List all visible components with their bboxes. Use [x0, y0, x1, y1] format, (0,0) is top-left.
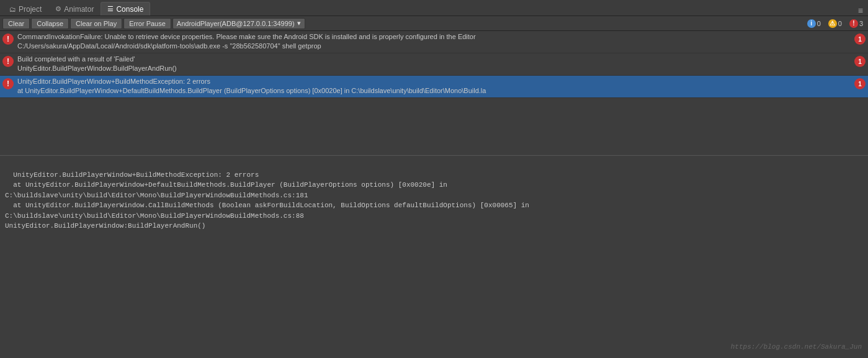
- info-icon: i: [807, 19, 816, 28]
- error-pause-button[interactable]: Error Pause: [123, 18, 171, 29]
- error-icon-2: !: [2, 56, 14, 67]
- tab-console-label: Console: [116, 5, 143, 14]
- console-entry-2[interactable]: ! Build completed with a result of 'Fail…: [0, 53, 868, 76]
- animator-icon: ⚙: [55, 5, 61, 13]
- clear-on-play-button[interactable]: Clear on Play: [70, 18, 122, 29]
- log-counters: i 0 ⚠ 0 ! 3: [805, 19, 866, 29]
- entry-text-2: Build completed with a result of 'Failed…: [17, 55, 852, 74]
- entry-line1-2: Build completed with a result of 'Failed…: [17, 55, 852, 64]
- tab-bar: 🗂 Project ⚙ Animator ☰ Console ≡: [0, 0, 868, 16]
- device-label: AndroidPlayer(ADB@127.0.0.1:34999): [177, 20, 295, 27]
- entry-line2-3: at UnityEditor.BuildPlayerWindow+Default…: [17, 86, 852, 96]
- collapse-button[interactable]: Collapse: [31, 18, 69, 29]
- entry-line1-3: UnityEditor.BuildPlayerWindow+BuildMetho…: [17, 77, 852, 86]
- warn-icon: ⚠: [828, 19, 837, 28]
- tab-animator-label: Animator: [64, 5, 94, 14]
- tab-console[interactable]: ☰ Console: [101, 2, 150, 16]
- info-count: 0: [817, 20, 821, 27]
- error-icon: !: [849, 19, 858, 28]
- entry-line2-2: UnityEditor.BuildPlayerWindow:BuildPlaye…: [17, 64, 852, 73]
- entry-count-1: 1: [854, 34, 866, 45]
- clear-button[interactable]: Clear: [2, 18, 30, 29]
- tab-animator[interactable]: ⚙ Animator: [48, 2, 101, 16]
- detail-pane: UnityEditor.BuildPlayerWindow+BuildMetho…: [0, 156, 868, 358]
- entry-count-2: 1: [854, 56, 866, 67]
- dropdown-arrow-icon: ▾: [297, 19, 301, 27]
- entry-text-3: UnityEditor.BuildPlayerWindow+BuildMetho…: [17, 77, 852, 96]
- device-selector[interactable]: AndroidPlayer(ADB@127.0.0.1:34999) ▾: [172, 18, 305, 29]
- error-count: 3: [859, 20, 863, 27]
- warn-count: 0: [838, 20, 842, 27]
- console-entry-1[interactable]: ! CommandInvokationFailure: Unable to re…: [0, 31, 868, 53]
- console-message-list: ! CommandInvokationFailure: Unable to re…: [0, 31, 868, 155]
- error-counter[interactable]: ! 3: [847, 19, 866, 29]
- error-icon-1: !: [2, 34, 14, 45]
- entry-text-1: CommandInvokationFailure: Unable to retr…: [17, 32, 852, 51]
- entry-count-3: 1: [854, 78, 866, 89]
- project-icon: 🗂: [9, 6, 16, 13]
- entry-line2-1: C:/Users/sakura/AppData/Local/Android/sd…: [17, 42, 852, 51]
- tab-project-label: Project: [19, 5, 42, 14]
- console-entry-3[interactable]: ! UnityEditor.BuildPlayerWindow+BuildMet…: [0, 76, 868, 98]
- detail-text: UnityEditor.BuildPlayerWindow+BuildMetho…: [5, 171, 529, 230]
- toolbar: Clear Collapse Clear on Play Error Pause…: [0, 16, 868, 31]
- tab-menu-icon[interactable]: ≡: [856, 6, 866, 16]
- entry-line1-1: CommandInvokationFailure: Unable to retr…: [17, 32, 852, 42]
- tab-project[interactable]: 🗂 Project: [2, 2, 48, 16]
- warn-counter[interactable]: ⚠ 0: [826, 19, 844, 29]
- watermark: https://blog.csdn.net/Sakura_Jun: [731, 342, 862, 352]
- info-counter[interactable]: i 0: [805, 19, 823, 29]
- error-icon-3: !: [2, 78, 14, 89]
- console-icon: ☰: [107, 5, 114, 13]
